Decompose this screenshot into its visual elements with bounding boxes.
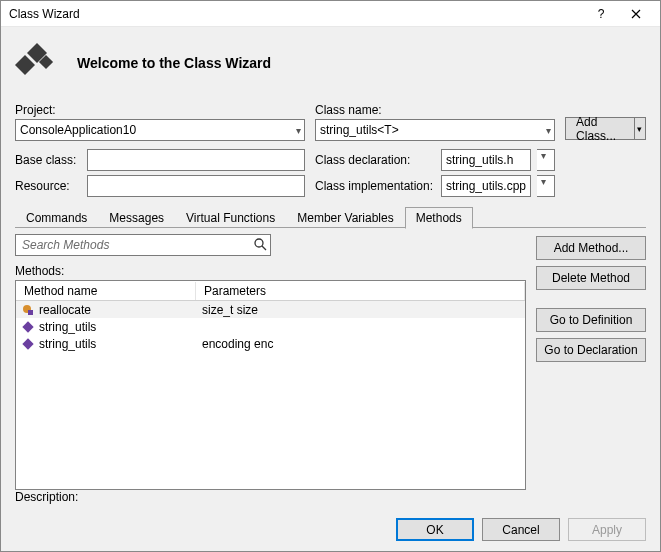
column-method-name[interactable]: Method name [16, 282, 196, 300]
close-icon [631, 9, 641, 19]
method-name: string_utils [39, 337, 96, 351]
base-class-input[interactable] [87, 149, 305, 171]
chevron-down-icon: ▾ [541, 149, 546, 160]
table-row[interactable]: string_utils [16, 318, 525, 335]
fields-grid: Project: ConsoleApplication10 ▾ Class na… [15, 103, 646, 197]
ok-button[interactable]: OK [396, 518, 474, 541]
table-row[interactable]: string_utils encoding enc [16, 335, 525, 352]
project-label: Project: [15, 103, 305, 117]
tab-strip: Commands Messages Virtual Functions Memb… [15, 207, 646, 228]
method-params: size_t size [202, 303, 258, 317]
apply-button[interactable]: Apply [568, 518, 646, 541]
description-label: Description: [15, 490, 646, 504]
tab-commands[interactable]: Commands [15, 207, 98, 228]
tab-virtual-functions[interactable]: Virtual Functions [175, 207, 286, 228]
class-decl-dropdown[interactable]: ▾ [537, 149, 555, 171]
title-bar: Class Wizard ? [1, 1, 660, 27]
tab-methods[interactable]: Methods [405, 207, 473, 229]
svg-rect-6 [28, 310, 33, 315]
dialog-footer: OK Cancel Apply [1, 512, 660, 551]
methods-area: Methods: Method name Parameters realloca… [15, 264, 646, 482]
methods-label: Methods: [15, 264, 526, 278]
svg-line-4 [262, 246, 266, 250]
svg-point-3 [255, 239, 263, 247]
search-wrap [15, 234, 271, 256]
welcome-header: Welcome to the Class Wizard [15, 35, 646, 103]
method-public-icon [22, 321, 34, 333]
side-buttons: Add Method... Delete Method Go to Defini… [536, 236, 646, 482]
search-input[interactable] [15, 234, 271, 256]
class-impl-dropdown[interactable]: ▾ [537, 175, 555, 197]
class-name-value: string_utils<T> [320, 123, 399, 137]
resource-input[interactable] [87, 175, 305, 197]
go-to-definition-button[interactable]: Go to Definition [536, 308, 646, 332]
chevron-down-icon: ▾ [546, 125, 551, 136]
method-public-icon [22, 338, 34, 350]
class-decl-select[interactable]: string_utils.h [441, 149, 531, 171]
add-class-button[interactable]: Add Class... [565, 117, 634, 140]
add-class-dropdown[interactable]: ▾ [634, 117, 646, 140]
class-name-label: Class name: [315, 103, 555, 117]
go-to-declaration-button[interactable]: Go to Declaration [536, 338, 646, 362]
class-name-select[interactable]: string_utils<T> ▾ [315, 119, 555, 141]
tab-messages[interactable]: Messages [98, 207, 175, 228]
project-select[interactable]: ConsoleApplication10 ▾ [15, 119, 305, 141]
tab-member-variables[interactable]: Member Variables [286, 207, 404, 228]
class-impl-label: Class implementation: [315, 179, 435, 193]
methods-grid-header: Method name Parameters [16, 281, 525, 301]
wizard-logo-icon [15, 41, 59, 85]
methods-grid[interactable]: Method name Parameters reallocate size_t… [15, 280, 526, 490]
resource-label: Resource: [15, 179, 81, 193]
delete-method-button[interactable]: Delete Method [536, 266, 646, 290]
close-button[interactable] [616, 1, 656, 27]
add-class-split-button[interactable]: Add Class... ▾ [565, 117, 646, 140]
table-row[interactable]: reallocate size_t size [16, 301, 525, 318]
class-impl-value: string_utils.cpp [446, 179, 526, 193]
method-protected-icon [22, 304, 34, 316]
methods-grid-body: reallocate size_t size string_utils [16, 301, 525, 489]
help-button[interactable]: ? [586, 1, 616, 27]
search-icon [253, 237, 267, 251]
welcome-title: Welcome to the Class Wizard [77, 55, 271, 71]
window-title: Class Wizard [9, 7, 586, 21]
chevron-down-icon: ▾ [541, 175, 546, 186]
base-class-label: Base class: [15, 153, 81, 167]
svg-rect-8 [22, 338, 33, 349]
class-decl-value: string_utils.h [446, 153, 513, 167]
method-name: reallocate [39, 303, 91, 317]
class-impl-select[interactable]: string_utils.cpp [441, 175, 531, 197]
add-method-button[interactable]: Add Method... [536, 236, 646, 260]
cancel-button[interactable]: Cancel [482, 518, 560, 541]
column-parameters[interactable]: Parameters [196, 282, 525, 300]
chevron-down-icon: ▾ [296, 125, 301, 136]
dialog-content: Welcome to the Class Wizard Project: Con… [1, 27, 660, 512]
class-decl-label: Class declaration: [315, 153, 435, 167]
method-params: encoding enc [202, 337, 273, 351]
project-value: ConsoleApplication10 [20, 123, 136, 137]
method-name: string_utils [39, 320, 96, 334]
svg-rect-7 [22, 321, 33, 332]
